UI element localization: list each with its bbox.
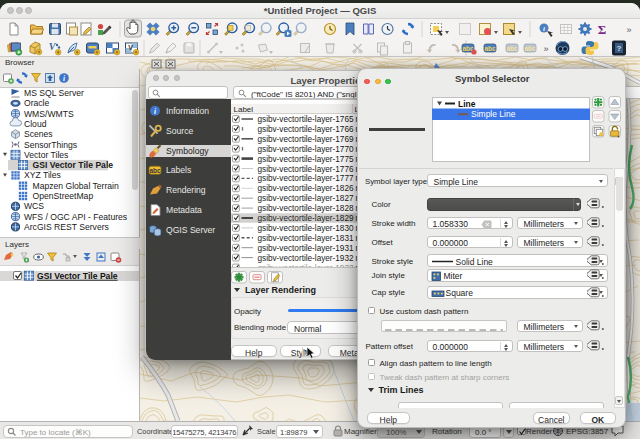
svg-text:Vector Tiles: Vector Tiles (24, 150, 68, 160)
svg-text:abc: abc (506, 45, 518, 52)
svg-text:Cloud: Cloud (24, 119, 47, 129)
svg-text:Rendering: Rendering (166, 185, 206, 195)
svg-text:gsibv-vectortile-layer-1775: gsibv-vectortile-layer-1775 (257, 155, 353, 164)
svg-text:gsibv-vectortile-layer-1830: gsibv-vectortile-layer-1830 (257, 224, 353, 233)
svg-text:gsibv-vectortile-layer-1827: gsibv-vectortile-layer-1827 (257, 194, 353, 203)
svg-text:XYZ Tiles: XYZ Tiles (24, 170, 61, 180)
svg-text:gsibv-vectortile-layer-1777: gsibv-vectortile-layer-1777 (257, 174, 353, 183)
svg-text:MS SQL Server: MS SQL Server (24, 88, 84, 98)
svg-text:abc: abc (484, 45, 496, 52)
svg-text:?: ? (617, 44, 622, 53)
svg-text:Oracle: Oracle (24, 98, 50, 108)
svg-text:Scenes: Scenes (24, 129, 53, 139)
svg-text:gsibv-vectortile-layer-1765: gsibv-vectortile-layer-1765 (257, 115, 353, 124)
svg-text:gsibv-vectortile-layer-1769: gsibv-vectortile-layer-1769 (257, 135, 353, 144)
svg-text:gsibv-vectortile-layer-1933: gsibv-vectortile-layer-1933 (257, 264, 353, 268)
svg-text:OpenStreetMap: OpenStreetMap (33, 191, 94, 201)
svg-text:abc: abc (149, 167, 161, 174)
svg-text:Σ: Σ (598, 22, 607, 37)
svg-text:gsibv-vectortile-layer-1931: gsibv-vectortile-layer-1931 (257, 244, 353, 253)
svg-text:ArcGIS REST Servers: ArcGIS REST Servers (24, 222, 109, 232)
svg-text:Symbology: Symbology (166, 146, 209, 156)
svg-text:V: V (128, 44, 133, 51)
svg-text:Information: Information (166, 106, 209, 116)
svg-text:V: V (49, 41, 57, 52)
svg-text:WCS: WCS (24, 201, 44, 211)
svg-text:gsibv-vectortile-layer-1766: gsibv-vectortile-layer-1766 (257, 125, 353, 134)
svg-text:Mapzen Global Terrain: Mapzen Global Terrain (33, 181, 120, 191)
svg-text:i: i (543, 25, 545, 33)
svg-text:SensorThings: SensorThings (24, 140, 77, 150)
svg-text:Metadata: Metadata (166, 205, 202, 215)
svg-text:WMS/WMTS: WMS/WMTS (24, 109, 74, 119)
svg-text:gsibv-vectortile-layer-1826: gsibv-vectortile-layer-1826 (257, 184, 353, 193)
svg-text:»: » (626, 25, 631, 35)
svg-text:QGIS Server: QGIS Server (166, 225, 215, 235)
svg-text:gsibv-vectortile-layer-1770: gsibv-vectortile-layer-1770 (257, 145, 353, 154)
svg-text:gsibv-vectortile-layer-1776: gsibv-vectortile-layer-1776 (257, 165, 353, 174)
svg-text:WFS / OGC API - Features: WFS / OGC API - Features (24, 212, 127, 222)
svg-text:gsibv-vectortile-layer-1831: gsibv-vectortile-layer-1831 (257, 234, 353, 243)
svg-text:gsibv-vectortile-layer-1829: gsibv-vectortile-layer-1829 (257, 214, 353, 223)
svg-text:»: » (543, 44, 548, 54)
svg-text:gsibv-vectortile-layer-1932: gsibv-vectortile-layer-1932 (257, 254, 353, 263)
svg-text:Labels: Labels (166, 165, 191, 175)
svg-text:gsibv-vectortile-layer-1828: gsibv-vectortile-layer-1828 (257, 204, 353, 213)
svg-text:Source: Source (166, 126, 193, 136)
svg-text:abc: abc (524, 45, 536, 52)
svg-text:GSI Vector Tile Pale: GSI Vector Tile Pale (33, 160, 114, 170)
svg-text:GSI Vector Tile Pale: GSI Vector Tile Pale (37, 271, 118, 281)
